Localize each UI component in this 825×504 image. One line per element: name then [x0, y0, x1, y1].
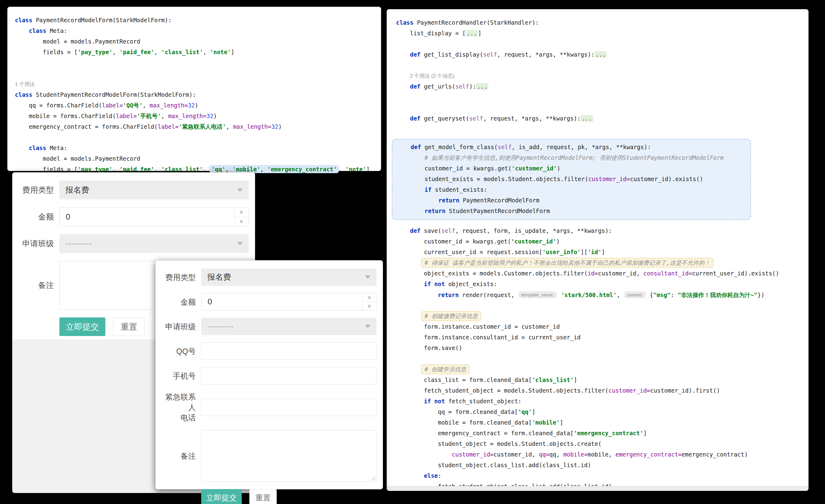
code-token: if	[424, 280, 431, 287]
code-token: max_length=	[149, 102, 188, 109]
front-class_list-label: 申请班级	[162, 321, 196, 332]
code-token: 'emergency_contract'	[267, 166, 337, 173]
code-line: form.save()	[396, 343, 808, 353]
code-token: ,	[161, 112, 168, 119]
front-mobile-label: 手机号	[162, 371, 196, 381]
code-token: qq = forms.CharField(	[15, 102, 102, 109]
front-note-textarea[interactable]	[201, 430, 377, 482]
code-token: self	[455, 83, 469, 90]
front-qq-label: QQ号	[162, 346, 196, 356]
code-token	[15, 145, 29, 151]
code-token: ,	[154, 49, 161, 56]
front-qq-input[interactable]	[201, 342, 377, 360]
code-line	[396, 60, 808, 71]
folded-code-region[interactable]: ...	[595, 51, 607, 58]
code-token: model = models.PaymentRecord	[15, 38, 140, 45]
front-pay_type-select[interactable]: 报名费	[201, 268, 377, 286]
code-token: , request, *args, **kwargs):	[497, 51, 595, 58]
code-token: PaymentRecordModelForm(StarkModelForm):	[32, 17, 172, 23]
front-submit-button[interactable]: 立即提交	[201, 489, 242, 504]
code-token: 'customer_id'	[511, 238, 556, 245]
code-token: '紧急联系人电话'	[179, 123, 226, 130]
chevron-down-icon	[365, 275, 371, 279]
front-row-mobile: 手机号	[162, 367, 377, 385]
code-token: object_exists:	[445, 280, 497, 287]
code-token: ][	[581, 249, 588, 255]
code-line: customer_id = kwargs.get('customer_id')	[397, 163, 750, 174]
code-token: label=	[102, 102, 123, 109]
code-token: 'note'	[345, 166, 366, 173]
code-token: StudentPaymentRecordModelForm(StarkModel…	[32, 91, 196, 98]
front-paid_fee-number-input[interactable]: 0∧∨	[201, 293, 377, 311]
code-line: current_user_id = request.session['user_…	[396, 247, 808, 257]
code-line: return StudentPaymentRecordModelForm	[397, 206, 750, 217]
code-line: emergency_contract = form.cleaned_data['…	[396, 428, 808, 438]
code-token: model = models.PaymentRecord	[15, 155, 140, 162]
code-token	[396, 51, 410, 58]
code-token: get_list_display(	[421, 51, 483, 58]
chevron-down-icon	[365, 325, 371, 328]
back-submit-button[interactable]: 立即提交	[59, 318, 105, 336]
code-token: def	[411, 144, 421, 150]
back-pay_type-select[interactable]: 报名费	[59, 180, 249, 199]
code-token: not	[434, 280, 445, 287]
code-token	[396, 313, 424, 319]
code-line: student_exists = models.Student.objects.…	[397, 174, 750, 184]
code-token: id=	[588, 270, 598, 277]
code-token: customer_id=	[588, 176, 630, 182]
code-token: ):	[469, 83, 476, 90]
student-payment-form-dialog-front: 费用类型报名费金额0∧∨申请班级---------QQ号手机号紧急联系人电话备注…	[155, 260, 383, 489]
back-paid_fee-number-input[interactable]: 0∧∨	[59, 207, 249, 226]
code-line: fetch_student_object = models.Student.ob…	[396, 385, 808, 396]
front-row-note: 备注	[162, 430, 377, 482]
code-token: Meta:	[46, 145, 67, 151]
front-paid_fee-label: 金额	[162, 297, 196, 307]
resize-handle[interactable]	[371, 476, 375, 481]
code-token: render(request,	[459, 291, 518, 298]
stepper-down-icon[interactable]: ∨	[234, 217, 248, 226]
code-token: 'id'	[588, 249, 602, 255]
code-token: get_model_form_class(	[421, 144, 498, 150]
code-line: class PaymentRecordModelForm(StarkModelF…	[15, 15, 381, 25]
back-pay_type-label: 费用类型	[18, 185, 54, 195]
code-token: ]	[231, 49, 234, 56]
code-token: ]	[478, 30, 481, 36]
front-mobile-input[interactable]	[201, 367, 377, 385]
code-token: ]	[574, 376, 577, 383]
back-reset-button[interactable]: 重置	[113, 318, 145, 336]
code-line	[396, 353, 808, 364]
code-token: 'user_info'	[542, 249, 581, 255]
code-token: class	[396, 19, 414, 26]
code-token: 'class_list'	[532, 376, 574, 383]
code-line: return render(request, template_name: 's…	[396, 289, 808, 300]
code-token: emergency_contract = form.cleaned_data[	[396, 430, 574, 436]
code-line: fields = ['pay_type', 'paid_fee', 'class…	[15, 47, 381, 58]
folded-code-region[interactable]: ...	[466, 30, 478, 36]
code-token: label=	[158, 123, 179, 130]
code-token: 'emergency_contract'	[574, 430, 643, 436]
front-pay_type-label: 费用类型	[162, 272, 196, 282]
front-row-emergency_contract: 紧急联系人电话	[162, 392, 377, 423]
code-token: ]	[560, 419, 563, 426]
front-class_list-select[interactable]: ---------	[201, 318, 377, 335]
stepper-up-icon[interactable]: ∧	[234, 207, 248, 217]
code-line	[396, 92, 808, 102]
front-reset-button[interactable]: 重置	[249, 489, 277, 504]
horizontal-scrollbar[interactable]	[387, 486, 808, 491]
stepper-up-icon[interactable]: ∧	[362, 293, 376, 302]
code-token: ]	[532, 408, 535, 415]
code-line: # 创建学员信息	[396, 364, 808, 374]
code-token: consultant_id=	[643, 270, 692, 277]
code-line: qq = form.cleaned_data['qq']	[396, 407, 808, 417]
back-class_list-select[interactable]: ---------	[59, 234, 249, 253]
code-token	[396, 291, 438, 298]
code-token: ,	[203, 49, 210, 56]
number-stepper: ∧∨	[362, 293, 376, 310]
folded-code-region[interactable]: ...	[581, 115, 593, 122]
front-emergency_contract-input[interactable]	[201, 399, 377, 416]
code-token: emergency_contract=	[615, 451, 682, 458]
folded-code-region[interactable]: ...	[476, 83, 488, 90]
comment-highlight-box: # 创建缴费记录信息	[421, 311, 481, 321]
code-token: return	[425, 207, 446, 214]
stepper-down-icon[interactable]: ∨	[362, 302, 376, 310]
